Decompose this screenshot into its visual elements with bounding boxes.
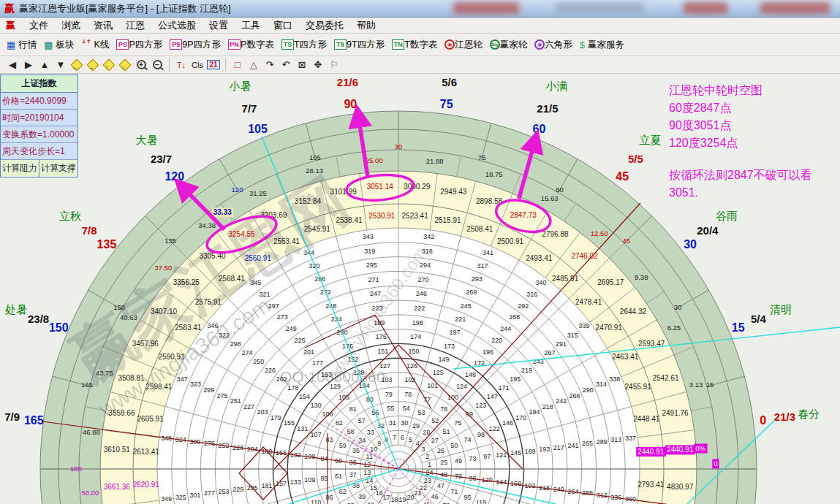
menu-item-浏览[interactable]: 浏览 [55, 18, 87, 34]
toolbar-button-行情[interactable]: ▦行情 [7, 39, 37, 51]
toolbar-button-P四方形[interactable]: PSP四方形 [116, 39, 162, 51]
svg-text:12.50: 12.50 [591, 229, 608, 237]
svg-text:2605.91: 2605.91 [137, 415, 164, 423]
svg-text:61: 61 [335, 473, 342, 480]
svg-text:2560.91: 2560.91 [245, 254, 272, 262]
diamond-left-button[interactable]: ← [69, 58, 84, 72]
svg-text:2523.41: 2523.41 [402, 212, 429, 220]
menu-item-公式选股[interactable]: 公式选股 [151, 18, 203, 34]
calendar-21-button[interactable]: 21 [206, 58, 221, 72]
svg-text:3559.66: 3559.66 [108, 409, 135, 417]
svg-text:33.33: 33.33 [213, 208, 232, 216]
svg-text:76: 76 [440, 405, 447, 413]
back-button[interactable]: ◀ [5, 58, 20, 72]
svg-text:3051.14: 3051.14 [367, 183, 394, 191]
svg-text:20/4: 20/4 [697, 224, 719, 237]
svg-text:120: 120 [232, 186, 243, 194]
menu-item-文件[interactable]: 文件 [23, 18, 55, 34]
toolbar-button-T四方形[interactable]: TST四方形 [281, 39, 327, 51]
blurred-region [556, 2, 643, 14]
svg-text:3000.29: 3000.29 [404, 183, 431, 191]
menu-item-江恩[interactable]: 江恩 [119, 18, 151, 34]
toolbar-button-9T四方形[interactable]: T99T四方形 [334, 39, 385, 51]
box-x-button[interactable]: ⊠ [295, 58, 309, 72]
quote-table-icon: ▦ [7, 40, 15, 50]
analysis-note: 江恩轮中轮时空图60度2847点90度3051点120度3254点按循环法则28… [669, 82, 839, 202]
toolbar-button-K线[interactable]: ꜜꜛK线 [82, 39, 110, 51]
triangle-tool-icon: △ [250, 59, 257, 70]
svg-text:54: 54 [403, 405, 410, 412]
svg-text:345: 345 [251, 279, 262, 286]
zoom-out-button[interactable]: − [150, 58, 164, 72]
menu-item-交易委托[interactable]: 交易委托 [299, 18, 350, 34]
svg-text:219: 219 [521, 367, 532, 374]
menu-item-资讯[interactable]: 资讯 [87, 18, 119, 34]
svg-text:245: 245 [461, 302, 472, 310]
rect-tool-button[interactable]: □ [230, 58, 245, 72]
svg-text:133: 133 [290, 478, 301, 486]
svg-text:13: 13 [363, 469, 371, 476]
cls-icon: Cls [192, 61, 203, 69]
svg-text:323: 323 [190, 381, 201, 388]
toolbar-button-六角形[interactable]: ◉六角形 [534, 39, 572, 51]
svg-text:169: 169 [525, 448, 536, 455]
svg-text:3254.55: 3254.55 [228, 230, 255, 238]
forward-button[interactable]: ▶ [21, 58, 36, 72]
toolbar-button-T数字表[interactable]: TNT数字表 [392, 39, 437, 51]
t-updown-button[interactable]: T↓ [174, 58, 189, 72]
svg-text:55: 55 [387, 405, 394, 412]
zoom-in-button[interactable]: + [134, 58, 148, 72]
svg-text:45: 45 [623, 237, 631, 245]
svg-text:50.00: 50.00 [81, 489, 99, 497]
svg-text:75: 75 [440, 98, 453, 110]
svg-text:154: 154 [299, 393, 310, 400]
rotate-ccw-button[interactable]: ↶ [279, 58, 293, 72]
flag-tool-button[interactable]: ⚐ [327, 58, 341, 72]
svg-text:3457.96: 3457.96 [132, 340, 159, 348]
svg-text:0: 0 [760, 414, 766, 427]
svg-text:268: 268 [509, 313, 520, 321]
cursor-down-button[interactable]: ▼ [53, 58, 68, 72]
diamond-down-button[interactable]: ↓ [118, 58, 132, 72]
svg-text:229: 229 [232, 486, 243, 493]
svg-text:45: 45 [616, 170, 629, 183]
calc-support-button[interactable]: 计算支撑 [39, 160, 77, 177]
calc-resistance-button[interactable]: 计算阻力 [1, 160, 39, 177]
zoom-out-icon: − [153, 60, 162, 69]
diamond-up-button[interactable]: ↑ [102, 58, 116, 72]
svg-text:318: 318 [422, 248, 433, 255]
svg-text:52: 52 [431, 417, 439, 424]
svg-text:121: 121 [496, 451, 507, 459]
svg-text:153: 153 [321, 371, 332, 378]
svg-text:2583.41: 2583.41 [175, 324, 202, 332]
note-line: 60度2847点 [669, 99, 839, 117]
toolbar-button-9P四方形[interactable]: P99P四方形 [170, 39, 221, 51]
cursor-up-button[interactable]: ▲ [37, 58, 52, 72]
toolbar-button-板块[interactable]: ▩板块 [44, 39, 74, 51]
svg-text:271: 271 [368, 276, 379, 283]
menu-item-窗口[interactable]: 窗口 [267, 18, 299, 34]
drawing-toolbar: ◀▶▲▼←→↑↓+−T↓Cls21□△↷↶⊠✥⚐ [0, 56, 840, 74]
svg-text:194: 194 [529, 408, 540, 416]
svg-text:21/6: 21/6 [337, 76, 358, 88]
toolbar-button-赢家服务[interactable]: $赢家服务 [580, 39, 624, 51]
svg-text:4830.97: 4830.97 [667, 483, 694, 491]
svg-text:295: 295 [366, 261, 377, 269]
menu-item-帮助[interactable]: 帮助 [350, 18, 382, 34]
toolbar-button-赢家轮[interactable]: Big赢家轮 [490, 39, 528, 51]
diamond-right-button[interactable]: → [86, 58, 100, 72]
svg-text:120: 120 [164, 170, 184, 183]
cls-button[interactable]: Cls [190, 58, 205, 72]
svg-text:146: 146 [502, 419, 513, 427]
toolbar-button-江恩轮[interactable]: ◉江恩轮 [444, 39, 483, 51]
svg-text:122: 122 [489, 425, 500, 432]
toolbar-button-P数字表[interactable]: PNP数字表 [228, 39, 274, 51]
svg-text:346: 346 [207, 322, 218, 329]
resize-cross-button[interactable]: ✥ [311, 58, 325, 72]
rotate-cw-button[interactable]: ↷ [262, 58, 277, 72]
svg-text:2644.32: 2644.32 [620, 308, 647, 316]
svg-text:春分: 春分 [798, 408, 820, 420]
menu-item-设置[interactable]: 设置 [203, 18, 235, 34]
menu-item-工具[interactable]: 工具 [235, 18, 267, 34]
triangle-tool-button[interactable]: △ [246, 58, 261, 72]
